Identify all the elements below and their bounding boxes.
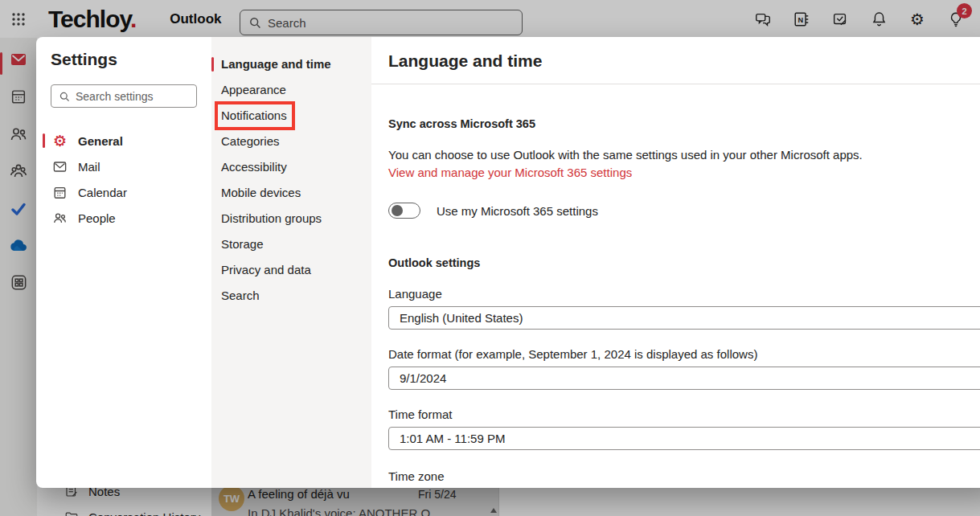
sync-toggle-row: Use my Microsoft 365 settings <box>388 203 980 219</box>
tab-language-and-time[interactable]: Language and time <box>211 51 371 77</box>
category-label: Search <box>221 289 260 302</box>
toggle-label: Use my Microsoft 365 settings <box>437 204 598 218</box>
language-label: Language <box>388 287 980 301</box>
sidebar-item-people[interactable]: People <box>36 205 211 231</box>
language-select[interactable]: English (United States) <box>388 306 980 330</box>
tab-search[interactable]: Search <box>211 283 371 309</box>
settings-category-column: Language and time Appearance Notificatio… <box>211 37 371 488</box>
settings-content: Language and time Sync across Microsoft … <box>371 37 980 488</box>
tab-notifications[interactable]: Notifications <box>211 103 371 129</box>
nav-label: Calendar <box>78 186 127 199</box>
use-365-settings-toggle[interactable] <box>388 203 420 219</box>
time-zone-label: Time zone <box>388 469 980 483</box>
selected-accent-bar <box>211 57 214 72</box>
category-label: Distribution groups <box>221 211 322 225</box>
time-format-select[interactable]: 1:01 AM - 11:59 PM <box>388 427 980 450</box>
category-label: Language and time <box>221 57 331 71</box>
gear-icon: ⚙ <box>52 133 68 149</box>
sync-section-title: Sync across Microsoft 365 <box>388 117 980 130</box>
heading-divider <box>371 84 980 84</box>
selected-accent-bar <box>43 133 45 148</box>
date-format-label: Date format (for example, September 1, 2… <box>388 347 980 361</box>
time-format-label: Time format <box>388 407 980 421</box>
mail-icon <box>52 159 68 174</box>
date-format-select[interactable]: 9/1/2024 <box>388 367 980 390</box>
sidebar-item-general[interactable]: ⚙ General <box>36 128 211 154</box>
search-icon <box>59 91 70 102</box>
category-label: Categories <box>221 134 280 148</box>
tab-appearance[interactable]: Appearance <box>211 77 371 103</box>
settings-nav-list: ⚙ General Mail <box>36 128 211 231</box>
tab-accessibility[interactable]: Accessibility <box>211 154 371 180</box>
category-label: Mobile devices <box>221 186 301 199</box>
category-label: Notifications <box>221 109 287 122</box>
tab-mobile-devices[interactable]: Mobile devices <box>211 180 371 206</box>
people-icon <box>52 211 68 226</box>
sync-description: You can choose to use Outlook with the s… <box>388 148 980 162</box>
page-title: Language and time <box>388 50 980 72</box>
settings-title: Settings <box>51 50 211 69</box>
settings-search-input[interactable] <box>76 90 189 103</box>
manage-365-settings-link[interactable]: View and manage your Microsoft 365 setti… <box>388 166 632 179</box>
sidebar-item-mail[interactable]: Mail <box>36 154 211 179</box>
tab-distribution-groups[interactable]: Distribution groups <box>211 206 371 231</box>
tab-categories[interactable]: Categories <box>211 129 371 154</box>
category-label: Privacy and data <box>221 263 311 276</box>
settings-nav-column: Settings ⚙ General <box>36 37 211 488</box>
toggle-knob <box>392 205 403 216</box>
tab-privacy-and-data[interactable]: Privacy and data <box>211 257 371 283</box>
nav-label: People <box>78 211 116 225</box>
calendar-icon <box>52 185 68 200</box>
category-label: Storage <box>221 237 264 251</box>
outlook-settings-title: Outlook settings <box>388 256 980 269</box>
nav-label: General <box>78 134 123 148</box>
category-label: Appearance <box>221 83 286 96</box>
nav-label: Mail <box>78 160 100 174</box>
settings-search-box[interactable] <box>51 84 197 108</box>
tab-storage[interactable]: Storage <box>211 231 371 257</box>
sidebar-item-calendar[interactable]: Calendar <box>36 179 211 205</box>
category-label: Accessibility <box>221 160 287 174</box>
settings-dialog: Settings ⚙ General <box>36 37 980 488</box>
